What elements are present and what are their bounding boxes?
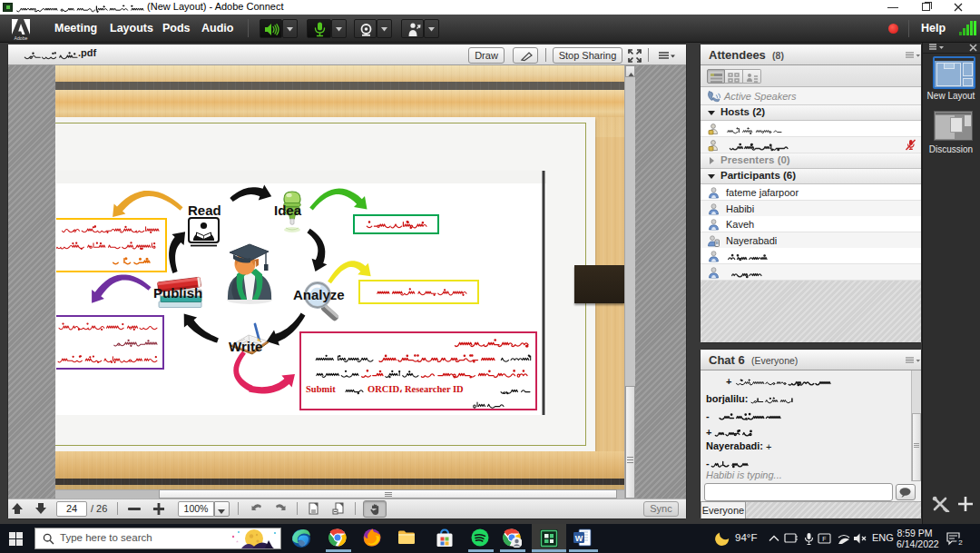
svg-text:F: F bbox=[822, 536, 826, 542]
svg-text:2: 2 bbox=[958, 538, 963, 547]
svg-text:Adobe: Adobe bbox=[14, 35, 27, 41]
svg-text:W: W bbox=[575, 534, 583, 543]
